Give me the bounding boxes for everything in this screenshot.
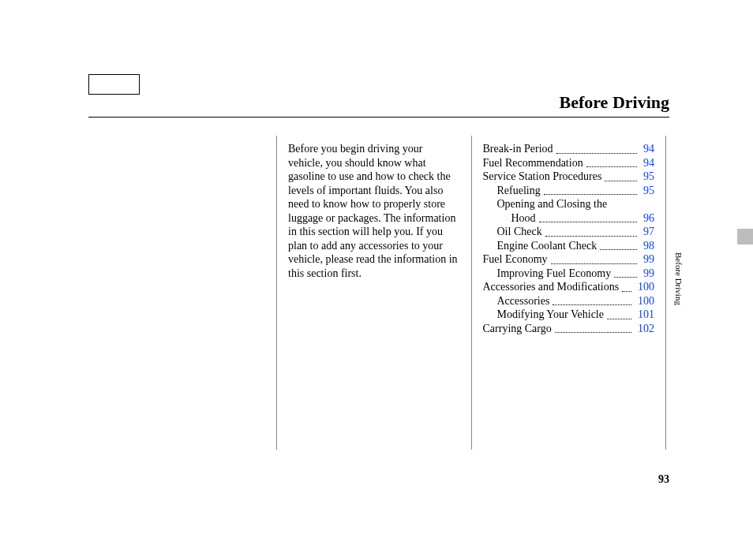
toc-page-link[interactable]: 102 [635,322,654,336]
content-columns: Before you begin driving your vehicle, y… [276,136,666,451]
toc-entry: Hood96 [483,211,655,226]
column-divider [665,136,666,450]
toc-label: Oil Check [483,225,542,239]
toc-label: Improving Fuel Economy [483,267,612,281]
toc-page-link[interactable]: 94 [640,156,654,170]
toc-dots [622,280,631,292]
toc-page-link[interactable]: 94 [640,142,654,156]
toc-page-link[interactable]: 101 [635,308,654,322]
intro-text: Before you begin driving your vehicle, y… [288,142,460,280]
toc-entry: Accessories and Modifications100 [483,280,655,294]
toc-label: Opening and Closing the [483,197,608,211]
toc-dots [556,142,637,154]
small-box [88,74,140,95]
toc-entry: Fuel Recommendation94 [483,156,655,170]
page-number: 93 [658,473,669,486]
toc-dots [544,184,637,196]
toc-label: Fuel Economy [483,252,548,267]
toc-entry: Engine Coolant Check98 [483,239,655,253]
toc-entry: Accessories100 [483,294,655,308]
toc-page-link[interactable]: 98 [640,239,654,253]
toc-label: Accessories and Modifications [483,280,620,294]
toc-dots [605,170,637,181]
side-label: Before Driving [674,252,684,305]
toc-page-link[interactable]: 100 [635,280,654,294]
toc-page-link[interactable]: 96 [640,211,654,226]
toc-dots [553,294,631,306]
toc-page-link[interactable]: 99 [640,267,654,281]
toc-dots [586,156,637,168]
toc-page-link[interactable]: 95 [640,170,654,184]
toc-label: Engine Coolant Check [483,239,598,253]
toc-label: Accessories [483,294,550,308]
toc-page-link[interactable]: 99 [640,252,654,267]
toc-label: Refueling [483,184,541,198]
side-tab [737,229,753,245]
toc-page-link[interactable]: 100 [635,294,654,308]
toc-entry: Oil Check97 [483,225,655,239]
toc-column: Break-in Period94Fuel Recommendation94Se… [472,136,666,451]
toc-dots [600,239,637,251]
toc-label: Modifying Your Vehicle [483,308,604,322]
toc-entry: Opening and Closing the [483,197,655,211]
toc-entry: Carrying Cargo102 [483,322,655,336]
document-page: Before Driving Before you begin driving … [0,0,753,560]
toc-entry: Modifying Your Vehicle101 [483,308,655,322]
toc-dots [614,267,637,278]
horizontal-rule [88,117,669,118]
intro-column: Before you begin driving your vehicle, y… [277,136,471,451]
toc-label: Break-in Period [483,142,553,156]
toc-label: Fuel Recommendation [483,156,583,170]
toc-dots [555,322,631,334]
toc-label: Hood [483,211,536,226]
toc-entry: Refueling95 [483,184,655,198]
toc-dots [545,225,637,237]
toc-dots [607,308,631,319]
toc-page-link[interactable]: 95 [640,184,654,198]
section-heading: Before Driving [559,92,669,113]
toc-page-link[interactable]: 97 [640,225,654,239]
toc-dots [551,252,637,264]
toc-dots [539,211,637,223]
toc-label: Carrying Cargo [483,322,552,336]
toc-entry: Break-in Period94 [483,142,655,156]
toc-entry: Fuel Economy99 [483,252,655,267]
toc-entry: Improving Fuel Economy99 [483,267,655,281]
toc-label: Service Station Procedures [483,170,602,184]
toc-entry: Service Station Procedures95 [483,170,655,184]
